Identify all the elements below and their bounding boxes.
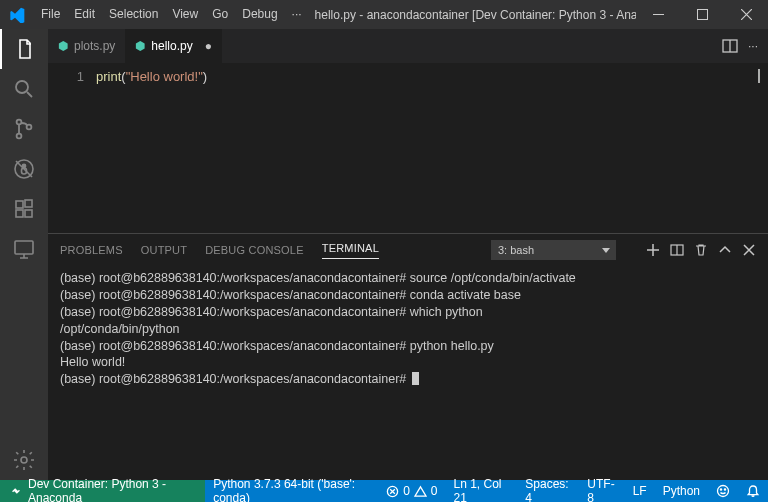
svg-point-20 — [724, 489, 725, 490]
terminal-prompt: (base) root@b62889638140:/workspaces/ana… — [60, 371, 756, 388]
svg-rect-11 — [25, 210, 32, 217]
python-file-icon: ⬢ — [58, 39, 68, 53]
error-count: 0 — [403, 484, 410, 498]
remote-explorer-icon[interactable] — [0, 229, 48, 269]
svg-rect-1 — [697, 10, 707, 20]
line-number: 1 — [48, 63, 96, 233]
terminal-selector[interactable]: 3: bash — [491, 240, 616, 260]
source-control-icon[interactable] — [0, 109, 48, 149]
settings-gear-icon[interactable] — [0, 440, 48, 480]
svg-point-19 — [720, 489, 721, 490]
svg-rect-13 — [15, 241, 33, 254]
window-minimize-icon[interactable] — [636, 9, 680, 20]
eol[interactable]: LF — [625, 484, 655, 498]
encoding[interactable]: UTF-8 — [579, 477, 624, 502]
split-terminal-icon[interactable] — [670, 243, 684, 257]
problems-status[interactable]: 0 0 — [378, 484, 445, 498]
debug-icon[interactable] — [0, 149, 48, 189]
menu-go[interactable]: Go — [205, 0, 235, 29]
menu-view[interactable]: View — [165, 0, 205, 29]
panel-tab-problems[interactable]: PROBLEMS — [60, 244, 123, 256]
titlebar: File Edit Selection View Go Debug ··· he… — [0, 0, 768, 29]
svg-point-7 — [22, 164, 25, 167]
svg-point-2 — [16, 81, 28, 93]
window-controls — [636, 9, 768, 20]
menu-debug[interactable]: Debug — [235, 0, 284, 29]
search-icon[interactable] — [0, 69, 48, 109]
editor-tabs: ⬢ plots.py ⬢ hello.py ● ··· — [48, 29, 768, 63]
activity-bar — [0, 29, 48, 480]
status-bar: Dev Container: Python 3 - Anaconda Pytho… — [0, 480, 768, 502]
extensions-icon[interactable] — [0, 189, 48, 229]
svg-point-4 — [17, 134, 22, 139]
python-interpreter[interactable]: Python 3.7.3 64-bit ('base': conda) — [205, 477, 378, 502]
svg-rect-10 — [16, 210, 23, 217]
svg-rect-0 — [653, 14, 664, 15]
remote-label: Dev Container: Python 3 - Anaconda — [28, 477, 195, 502]
terminal-line: (base) root@b62889638140:/workspaces/ana… — [60, 338, 756, 355]
window-title: hello.py - anacondacontainer [Dev Contai… — [309, 8, 636, 22]
split-editor-icon[interactable] — [722, 38, 738, 54]
terminal-line: Hello world! — [60, 354, 756, 371]
svg-point-18 — [718, 486, 729, 497]
panel: PROBLEMS OUTPUT DEBUG CONSOLE TERMINAL 3… — [48, 233, 768, 480]
editor[interactable]: 1 print("Hello world!") — [48, 63, 768, 233]
menu-edit[interactable]: Edit — [67, 0, 102, 29]
terminal-output[interactable]: (base) root@b62889638140:/workspaces/ana… — [48, 266, 768, 480]
menu-bar: File Edit Selection View Go Debug ··· — [34, 0, 309, 29]
close-panel-icon[interactable] — [742, 243, 756, 257]
editor-cursor — [758, 69, 760, 83]
terminal-line: (base) root@b62889638140:/workspaces/ana… — [60, 304, 756, 321]
maximize-panel-icon[interactable] — [718, 243, 732, 257]
svg-point-14 — [21, 457, 27, 463]
terminal-line: /opt/conda/bin/python — [60, 321, 756, 338]
tab-hello[interactable]: ⬢ hello.py ● — [125, 29, 222, 63]
kill-terminal-icon[interactable] — [694, 243, 708, 257]
notifications-icon[interactable] — [738, 484, 768, 498]
tab-plots[interactable]: ⬢ plots.py — [48, 29, 125, 63]
feedback-icon[interactable] — [708, 484, 738, 498]
editor-more-icon[interactable]: ··· — [748, 39, 758, 53]
remote-indicator[interactable]: Dev Container: Python 3 - Anaconda — [0, 480, 205, 502]
panel-tab-output[interactable]: OUTPUT — [141, 244, 187, 256]
menu-selection[interactable]: Selection — [102, 0, 165, 29]
new-terminal-icon[interactable] — [646, 243, 660, 257]
panel-tab-terminal[interactable]: TERMINAL — [322, 242, 379, 259]
language-mode[interactable]: Python — [655, 484, 708, 498]
menu-file[interactable]: File — [34, 0, 67, 29]
terminal-cursor — [412, 372, 419, 385]
tab-dirty-close-icon[interactable]: ● — [205, 39, 212, 53]
svg-rect-12 — [25, 200, 32, 207]
warning-count: 0 — [431, 484, 438, 498]
svg-rect-9 — [16, 201, 23, 208]
terminal-line: (base) root@b62889638140:/workspaces/ana… — [60, 287, 756, 304]
indentation[interactable]: Spaces: 4 — [517, 477, 579, 502]
python-file-icon: ⬢ — [135, 39, 145, 53]
window-maximize-icon[interactable] — [680, 9, 724, 20]
tab-label: hello.py — [151, 39, 192, 53]
code-line: print("Hello world!") — [96, 63, 207, 233]
panel-tab-debug-console[interactable]: DEBUG CONSOLE — [205, 244, 304, 256]
window-close-icon[interactable] — [724, 9, 768, 20]
tab-label: plots.py — [74, 39, 115, 53]
explorer-icon[interactable] — [0, 29, 48, 69]
vscode-logo-icon — [0, 7, 34, 23]
svg-point-3 — [17, 120, 22, 125]
menu-more[interactable]: ··· — [285, 0, 309, 29]
terminal-line: (base) root@b62889638140:/workspaces/ana… — [60, 270, 756, 287]
cursor-position[interactable]: Ln 1, Col 21 — [446, 477, 518, 502]
